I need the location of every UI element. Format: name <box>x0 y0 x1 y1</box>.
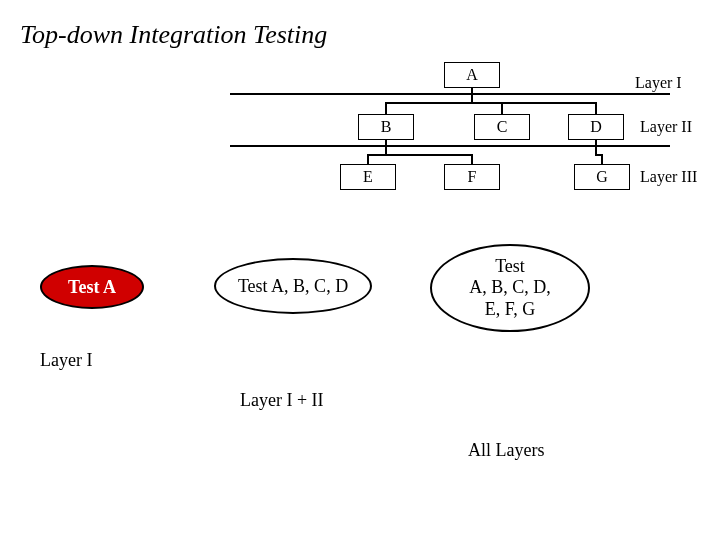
connector <box>471 154 473 164</box>
label-layer1: Layer I <box>635 74 682 92</box>
node-f: F <box>444 164 500 190</box>
connector <box>471 88 473 102</box>
connector <box>501 102 503 114</box>
connector <box>601 154 603 164</box>
divider-layer1 <box>230 93 670 95</box>
test-ellipse-abcd: Test A, B, C, D <box>214 258 372 314</box>
phase-layer1-2: Layer I + II <box>240 390 324 411</box>
connector <box>385 102 387 114</box>
divider-layer2 <box>230 145 670 147</box>
connector <box>367 154 472 156</box>
test-ellipse-a: Test A <box>40 265 144 309</box>
node-a: A <box>444 62 500 88</box>
label-layer3: Layer III <box>640 168 697 186</box>
label-layer2: Layer II <box>640 118 692 136</box>
page-title: Top-down Integration Testing <box>20 20 327 50</box>
node-g: G <box>574 164 630 190</box>
test-line: Test <box>495 256 525 278</box>
connector <box>595 102 597 114</box>
connector <box>385 140 387 154</box>
test-ellipse-all: Test A, B, C, D, E, F, G <box>430 244 590 332</box>
connector <box>367 154 369 164</box>
connector <box>385 102 596 104</box>
connector <box>595 140 597 154</box>
node-c: C <box>474 114 530 140</box>
test-line: E, F, G <box>485 299 536 321</box>
test-line: A, B, C, D, <box>469 277 551 299</box>
phase-layer1: Layer I <box>40 350 92 371</box>
phase-all-layers: All Layers <box>468 440 544 461</box>
node-b: B <box>358 114 414 140</box>
node-d: D <box>568 114 624 140</box>
node-e: E <box>340 164 396 190</box>
